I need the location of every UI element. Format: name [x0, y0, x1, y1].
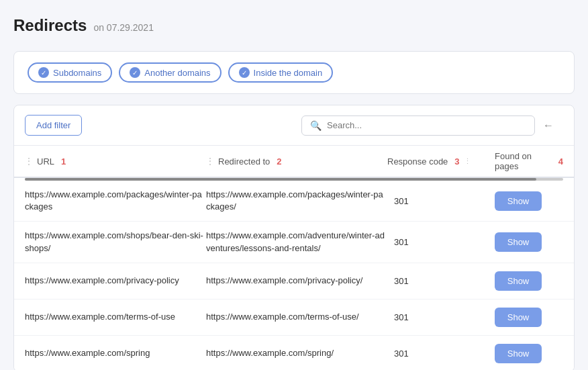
check-icon-inside-domain: ✓ [239, 67, 250, 78]
show-button-2[interactable]: Show [495, 271, 542, 291]
show-button-3[interactable]: Show [495, 308, 542, 327]
col-num-response-code: 3 [454, 156, 459, 167]
col-num-url: 1 [61, 156, 66, 167]
search-input[interactable] [327, 120, 526, 130]
toolbar: Add filter 🔍 ← [14, 105, 574, 146]
cell-show-2: Show [495, 271, 563, 291]
search-input-container: 🔍 [301, 115, 535, 136]
filter-tab-another-domains-label: Another domains [144, 68, 210, 78]
show-button-4[interactable]: Show [495, 344, 542, 363]
filter-tab-inside-domain-label: Inside the domain [254, 68, 323, 78]
back-arrow-icon[interactable]: ← [540, 117, 556, 134]
table-row: https://www.example.com/terms-of-use htt… [14, 299, 574, 336]
cell-code-3: 301 [387, 312, 495, 322]
search-icon: 🔍 [310, 120, 322, 131]
table-row: https://www.example.com/packages/winter-… [14, 181, 574, 222]
cell-show-3: Show [495, 308, 563, 327]
cell-redirected-0: https://www.example.com/packages/winter-… [206, 189, 387, 213]
search-wrapper: 🔍 ← [301, 115, 556, 136]
table-row: https://www.example.com/privacy-policy h… [14, 263, 574, 299]
col-num-redirected-to: 2 [277, 156, 281, 167]
col-header-response-code: Response code 3 ⋮ [387, 156, 495, 167]
filter-tab-subdomains-label: Subdomains [53, 68, 101, 78]
table-row: https://www.example.com/shops/bear-den-s… [14, 222, 574, 263]
cell-redirected-2: https://www.example.com/privacy-policy/ [206, 275, 387, 287]
page-header: Redirects on 07.29.2021 [13, 16, 575, 35]
col-label-response-code: Response code [387, 156, 448, 167]
cell-code-4: 301 [387, 349, 495, 359]
filter-tab-subdomains[interactable]: ✓ Subdomains [28, 62, 112, 83]
cell-show-1: Show [495, 232, 563, 252]
col-handle-redirected-to[interactable]: ⋮ [206, 156, 214, 166]
cell-url-2: https://www.example.com/privacy-policy [25, 275, 206, 287]
table-body: https://www.example.com/packages/winter-… [14, 181, 574, 370]
cell-url-0: https://www.example.com/packages/winter-… [25, 189, 206, 213]
cell-code-0: 301 [387, 196, 495, 206]
page-title: Redirects [13, 16, 87, 35]
cell-redirected-3: https://www.example.com/terms-of-use/ [206, 311, 387, 323]
col-sort-response-code[interactable]: ⋮ [464, 158, 471, 165]
table-row: https://www.example.com/spring https://w… [14, 336, 574, 370]
filter-tab-inside-domain[interactable]: ✓ Inside the domain [228, 62, 334, 83]
col-handle-url[interactable]: ⋮ [25, 156, 33, 166]
main-card: Add filter 🔍 ← ⋮ URL 1 ⋮ Redirected to 2 [13, 105, 575, 370]
col-header-redirected-to: ⋮ Redirected to 2 [206, 156, 387, 167]
check-icon-another-domains: ✓ [130, 67, 140, 78]
show-button-0[interactable]: Show [495, 191, 542, 211]
show-button-1[interactable]: Show [495, 232, 542, 252]
check-icon-subdomains: ✓ [38, 67, 49, 78]
col-header-url: ⋮ URL 1 [25, 156, 206, 167]
add-filter-button[interactable]: Add filter [25, 115, 82, 136]
filter-tabs: ✓ Subdomains ✓ Another domains ✓ Inside … [28, 62, 560, 83]
col-label-redirected-to: Redirected to [218, 156, 270, 167]
cell-url-4: https://www.example.com/spring [25, 347, 206, 359]
col-label-found-on-pages: Found on pages [495, 151, 552, 171]
cell-redirected-4: https://www.example.com/spring/ [206, 347, 387, 359]
cell-url-1: https://www.example.com/shops/bear-den-s… [25, 230, 206, 254]
cell-url-3: https://www.example.com/terms-of-use [25, 311, 206, 323]
page-wrapper: Redirects on 07.29.2021 ✓ Subdomains ✓ A… [0, 0, 588, 370]
filter-tab-another-domains[interactable]: ✓ Another domains [119, 62, 221, 83]
col-header-found-on-pages: Found on pages 4 [495, 151, 563, 171]
cell-code-1: 301 [387, 237, 495, 247]
cell-show-0: Show [495, 191, 563, 211]
col-num-found-on-pages: 4 [558, 156, 563, 167]
cell-code-2: 301 [387, 276, 495, 286]
table-header: ⋮ URL 1 ⋮ Redirected to 2 Response code … [14, 146, 574, 178]
page-date: on 07.29.2021 [93, 22, 154, 33]
cell-show-4: Show [495, 344, 563, 363]
filter-tabs-card: ✓ Subdomains ✓ Another domains ✓ Inside … [13, 51, 575, 94]
col-label-url: URL [37, 156, 54, 167]
cell-redirected-1: https://www.example.com/adventure/winter… [206, 230, 387, 254]
